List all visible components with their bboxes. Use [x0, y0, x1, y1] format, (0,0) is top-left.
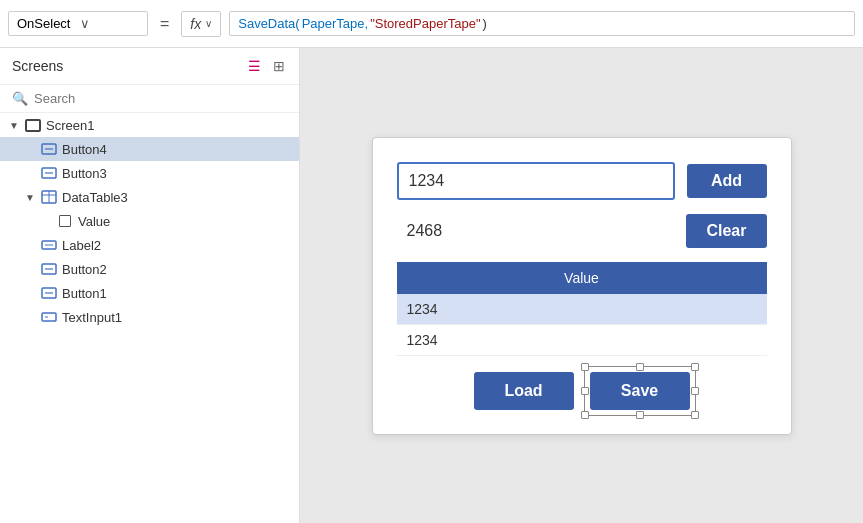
fx-icon: fx: [190, 16, 201, 32]
equals-sign: =: [156, 15, 173, 33]
formula-arg1: PaperTape,: [302, 16, 369, 31]
sidebar-header: Screens ☰ ⊞: [0, 48, 299, 85]
sidebar-item-screen1[interactable]: ▼ Screen1: [0, 113, 299, 137]
button-icon: [40, 284, 58, 302]
top-bar: OnSelect ∨ = fx ∨ SaveData( PaperTape, "…: [0, 0, 863, 48]
handle-top-right[interactable]: [691, 363, 699, 371]
sidebar-search: 🔍: [0, 85, 299, 113]
sidebar-item-label: Button3: [62, 166, 107, 181]
label-icon: [40, 236, 58, 254]
expand-arrow: ▼: [8, 120, 20, 131]
chevron-down-icon: ∨: [80, 16, 139, 31]
search-input[interactable]: [34, 91, 287, 106]
handle-top-left[interactable]: [581, 363, 589, 371]
display-value: 2468: [397, 218, 675, 244]
sidebar-item-label: Button2: [62, 262, 107, 277]
sidebar-item-button4[interactable]: Button4: [0, 137, 299, 161]
button-icon: [40, 140, 58, 158]
grid-view-icon[interactable]: ⊞: [271, 56, 287, 76]
formula-bar[interactable]: SaveData( PaperTape, "StoredPaperTape" ): [229, 11, 855, 36]
formula-close: ): [483, 16, 487, 31]
bottom-row: Load Save: [397, 372, 767, 410]
formula-function: SaveData(: [238, 16, 299, 31]
fx-chevron-icon: ∨: [205, 18, 212, 29]
sidebar-item-label: Value: [78, 214, 110, 229]
list-view-icon[interactable]: ☰: [246, 56, 263, 76]
save-button-wrapper: Save: [590, 372, 690, 410]
handle-bot-mid[interactable]: [636, 411, 644, 419]
main-layout: Screens ☰ ⊞ 🔍 ▼ Screen1: [0, 48, 863, 523]
table-row: 1234: [397, 294, 767, 325]
sidebar-item-button1[interactable]: Button1: [0, 281, 299, 305]
event-selector-value: OnSelect: [17, 16, 76, 31]
formula-string: "StoredPaperTape": [370, 16, 480, 31]
sidebar-icons: ☰ ⊞: [246, 56, 287, 76]
fx-button[interactable]: fx ∨: [181, 11, 221, 37]
expand-arrow: ▼: [24, 192, 36, 203]
svg-rect-13: [42, 313, 56, 321]
tree-area: ▼ Screen1 Button4 Button3: [0, 113, 299, 523]
data-table: Value 12341234: [397, 262, 767, 356]
sidebar-item-label: Button1: [62, 286, 107, 301]
handle-mid-left[interactable]: [581, 387, 589, 395]
sidebar-item-label: Label2: [62, 238, 101, 253]
textinput-icon: [40, 308, 58, 326]
sidebar-item-button3[interactable]: Button3: [0, 161, 299, 185]
display-row: 2468 Clear: [397, 214, 767, 248]
sidebar-item-label: Screen1: [46, 118, 94, 133]
sidebar: Screens ☰ ⊞ 🔍 ▼ Screen1: [0, 48, 300, 523]
sidebar-item-label: TextInput1: [62, 310, 122, 325]
app-frame: Add 2468 Clear Value 12341234 Load: [372, 137, 792, 435]
sidebar-item-value[interactable]: Value: [0, 209, 299, 233]
handle-bot-right[interactable]: [691, 411, 699, 419]
screen-icon: [24, 116, 42, 134]
sidebar-item-button2[interactable]: Button2: [0, 257, 299, 281]
table-header-value: Value: [397, 262, 767, 294]
handle-bot-left[interactable]: [581, 411, 589, 419]
formula-content: SaveData( PaperTape, "StoredPaperTape" ): [238, 16, 846, 31]
datatable-icon: [40, 188, 58, 206]
load-button[interactable]: Load: [474, 372, 574, 410]
save-button[interactable]: Save: [590, 372, 690, 410]
checkbox-icon: [56, 212, 74, 230]
clear-button[interactable]: Clear: [686, 214, 766, 248]
add-button[interactable]: Add: [687, 164, 767, 198]
sidebar-item-label2[interactable]: Label2: [0, 233, 299, 257]
canvas-area: Add 2468 Clear Value 12341234 Load: [300, 48, 863, 523]
sidebar-item-textinput1[interactable]: TextInput1: [0, 305, 299, 329]
button-icon: [40, 164, 58, 182]
search-icon: 🔍: [12, 91, 28, 106]
handle-mid-right[interactable]: [691, 387, 699, 395]
handle-top-mid[interactable]: [636, 363, 644, 371]
table-row: 1234: [397, 324, 767, 355]
sidebar-title: Screens: [12, 58, 63, 74]
event-selector[interactable]: OnSelect ∨: [8, 11, 148, 36]
text-input-field[interactable]: [397, 162, 675, 200]
input-row: Add: [397, 162, 767, 200]
sidebar-item-datatable3[interactable]: ▼ DataTable3: [0, 185, 299, 209]
sidebar-item-label: Button4: [62, 142, 107, 157]
button-icon: [40, 260, 58, 278]
sidebar-item-label: DataTable3: [62, 190, 128, 205]
